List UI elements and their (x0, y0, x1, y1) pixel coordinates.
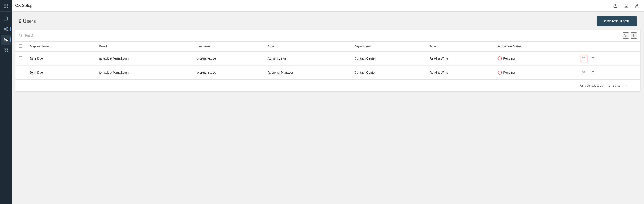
pagination-nav (624, 82, 637, 89)
status-label: Pending (503, 57, 514, 60)
svg-point-30 (636, 4, 638, 5)
header-actions (576, 41, 640, 51)
header-username: Username (193, 41, 264, 51)
svg-marker-33 (624, 34, 627, 37)
svg-point-4 (5, 5, 6, 6)
table-header-row: Display Name Email Username Role Departm… (15, 41, 640, 51)
table-row: John Doe john.doe@email.com cxorgjohn.do… (15, 66, 640, 80)
cell-activation-status: ✕ Pending (494, 51, 576, 66)
table-card: Display Name Email Username Role Departm… (15, 30, 640, 91)
content-area: 2 Users CREATE USER (12, 12, 644, 204)
row-checkbox-cell (15, 51, 26, 66)
svg-rect-20 (6, 49, 8, 50)
svg-point-34 (634, 34, 634, 35)
cell-department: Contact Center (351, 66, 426, 80)
header-department: Department (351, 41, 426, 51)
search-bar (15, 30, 640, 41)
status-pending-icon: ✕ (498, 56, 502, 61)
svg-point-6 (4, 7, 5, 8)
search-icon (19, 33, 22, 38)
edit-button[interactable] (580, 69, 588, 76)
svg-point-8 (7, 7, 8, 8)
users-table: Display Name Email Username Role Departm… (15, 41, 640, 80)
search-input[interactable] (24, 34, 621, 37)
cell-display-name: Jane Doe (26, 51, 96, 66)
svg-point-0 (4, 4, 5, 5)
svg-rect-19 (4, 49, 6, 50)
sidebar-item-tasks[interactable] (1, 13, 11, 23)
svg-point-3 (4, 5, 5, 6)
create-user-button[interactable]: CREATE USER (597, 16, 637, 26)
header-activation-status: Activation Status (494, 41, 576, 51)
page-title: 2 Users (19, 18, 36, 24)
topbar-title: CX Setup (15, 3, 612, 8)
svg-line-32 (21, 36, 22, 37)
edit-button[interactable] (580, 55, 588, 62)
row-checkbox[interactable] (19, 71, 22, 74)
svg-point-35 (634, 35, 634, 36)
svg-point-15 (6, 30, 8, 31)
topbar-icons (612, 2, 640, 9)
table-row: Jane Doe jane.doe@email.com cxorgjane.do… (15, 51, 640, 66)
svg-point-1 (5, 4, 6, 5)
row-checkbox-cell (15, 66, 26, 80)
header-email: Email (96, 41, 193, 51)
cell-username: cxorgjohn.doe (193, 66, 264, 80)
bank-icon[interactable] (622, 2, 630, 9)
pagination-range: 1 - 2 of 2 (608, 84, 620, 87)
svg-marker-29 (624, 4, 628, 5)
svg-rect-9 (4, 17, 8, 20)
row-checkbox[interactable] (19, 56, 22, 60)
header-role: Role (264, 41, 351, 51)
svg-point-7 (5, 7, 6, 8)
row-actions (580, 55, 637, 62)
svg-point-5 (7, 5, 8, 6)
page-header: 2 Users CREATE USER (12, 12, 644, 30)
cell-role: Administrator (264, 51, 351, 66)
status-label: Pending (503, 71, 514, 74)
cell-actions (576, 51, 640, 66)
cell-type: Read & Write (426, 51, 494, 66)
sidebar-item-share[interactable] (1, 24, 11, 34)
user-circle-icon[interactable] (633, 2, 640, 9)
pagination-info: Items per page: 50 1 - 2 of 2 (579, 84, 620, 87)
search-actions (622, 32, 637, 39)
topbar: CX Setup (12, 0, 644, 12)
svg-line-16 (5, 29, 6, 30)
cell-type: Read & Write (426, 66, 494, 80)
sidebar-item-users[interactable] (1, 35, 11, 45)
header-checkbox-cell (15, 41, 26, 51)
main-wrapper: CX Setup (12, 0, 644, 204)
header-checkbox[interactable] (19, 44, 22, 48)
delete-button[interactable] (589, 69, 597, 76)
sidebar-logo (0, 0, 12, 12)
search-input-wrapper (19, 33, 621, 38)
cell-role: Regional Manager (264, 66, 351, 80)
svg-rect-22 (6, 51, 8, 52)
svg-point-14 (4, 29, 5, 30)
sidebar-nav (0, 12, 12, 55)
svg-point-13 (6, 27, 8, 28)
header-type: Type (426, 41, 494, 51)
svg-line-17 (5, 28, 6, 29)
cell-email: john.doe@email.com (96, 66, 193, 80)
svg-point-18 (4, 38, 6, 40)
cell-actions (576, 66, 640, 80)
delete-button[interactable] (589, 55, 597, 62)
prev-page-button[interactable] (624, 82, 630, 89)
cell-department: Contact Center (351, 51, 426, 66)
cell-display-name: John Doe (26, 66, 96, 80)
more-options-button[interactable] (630, 32, 637, 39)
items-per-page: Items per page: 50 (579, 84, 603, 87)
svg-rect-21 (4, 51, 6, 52)
upload-icon[interactable] (612, 2, 619, 9)
sidebar (0, 0, 12, 204)
pagination: Items per page: 50 1 - 2 of 2 (15, 80, 640, 91)
svg-point-31 (19, 34, 22, 36)
cell-username: cxorgjane.doe (193, 51, 264, 66)
sidebar-item-grid[interactable] (1, 46, 11, 55)
status-pending-icon: ✕ (498, 71, 502, 75)
svg-point-2 (7, 4, 8, 5)
next-page-button[interactable] (630, 82, 637, 89)
filter-button[interactable] (622, 32, 629, 39)
